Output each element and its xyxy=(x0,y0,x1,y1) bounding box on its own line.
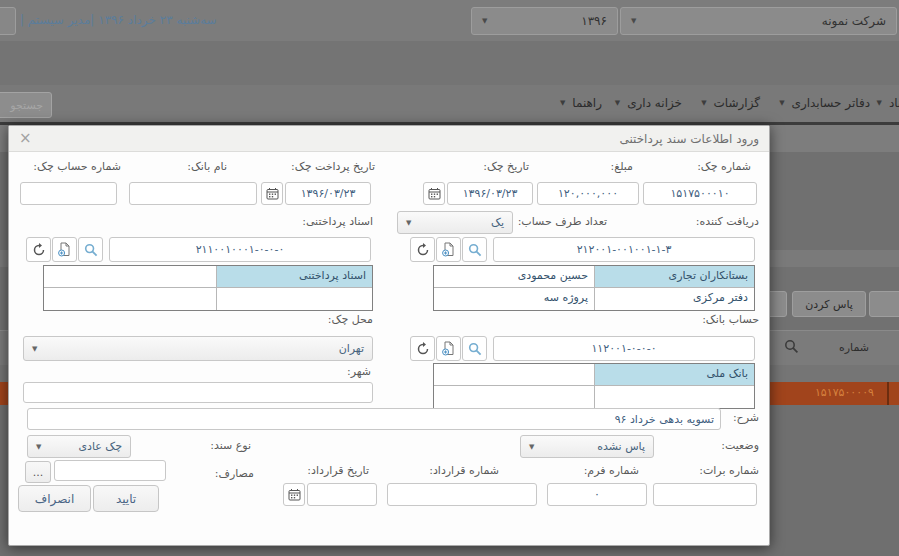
row-column-divider xyxy=(887,382,889,405)
cancel-button[interactable]: انصراف xyxy=(18,485,91,512)
check-number-input[interactable] xyxy=(643,182,757,205)
search-icon[interactable] xyxy=(462,336,487,361)
grid-cell[interactable] xyxy=(434,386,594,408)
grid-cell[interactable] xyxy=(44,266,216,288)
sanad-button[interactable]: سند xyxy=(869,291,899,317)
chevron-down-icon: ▼ xyxy=(529,443,534,451)
grid-cell[interactable]: دفتر مرکزی xyxy=(594,288,754,310)
search-input[interactable]: جستجو xyxy=(0,92,52,118)
city-input[interactable] xyxy=(23,382,373,403)
date-user-text: سه‌شنبه ۲۳ خرداد ۱۳۹۶ |مدیر سیستم | xyxy=(20,13,217,27)
check-place-label: محل چک: xyxy=(328,313,373,326)
refresh-icon[interactable] xyxy=(410,237,435,262)
menu-label: خزانه داری xyxy=(627,96,682,110)
grid-cell[interactable] xyxy=(594,386,754,408)
status-label: وضعیت: xyxy=(721,439,759,452)
doc-type-select[interactable]: چک عادی ▼ xyxy=(27,435,131,458)
expenses-more-button[interactable]: ... xyxy=(25,461,51,483)
chevron-down-icon: ▼ xyxy=(560,99,565,107)
expenses-label: مصارف: xyxy=(215,467,254,480)
pass-check-button[interactable]: پاس کردن xyxy=(792,291,866,317)
new-document-icon[interactable] xyxy=(52,237,77,262)
background-toolbar-band xyxy=(0,85,899,122)
menu-item-ledgers[interactable]: دفاتر حسابداری ▼ xyxy=(779,96,870,110)
fiscal-year-select[interactable]: ۱۳۹۶ ▼ xyxy=(471,7,618,35)
grid-cell[interactable]: حسین محمودی xyxy=(434,266,594,288)
search-placeholder: جستجو xyxy=(10,99,43,112)
expenses-input[interactable] xyxy=(54,460,166,481)
chevron-down-icon: ▼ xyxy=(406,219,411,227)
refresh-icon[interactable] xyxy=(410,336,435,361)
grid-cell[interactable] xyxy=(216,288,372,310)
refresh-icon[interactable] xyxy=(26,237,51,262)
menu-item-treasury[interactable]: خزانه داری ▼ xyxy=(615,96,682,110)
chevron-down-icon: ▼ xyxy=(615,99,620,107)
company-select[interactable]: شرکت نمونه ▼ xyxy=(620,7,897,35)
calendar-icon[interactable] xyxy=(261,182,283,205)
receiver-label: دریافت کننده: xyxy=(696,215,759,228)
chevron-down-icon: ▼ xyxy=(482,17,487,25)
menu-item-asnad[interactable]: اسناد ▼ xyxy=(877,96,899,110)
check-number-label: شماره چک: xyxy=(697,160,751,173)
description-input[interactable] xyxy=(27,408,721,430)
receiver-code-input[interactable] xyxy=(493,237,755,262)
bill-number-label: شماره برات: xyxy=(699,464,759,477)
status-select[interactable]: پاس نشده ▼ xyxy=(520,435,654,458)
grid-cell[interactable]: بانک ملی xyxy=(594,364,754,386)
check-date-label: تاریخ چک: xyxy=(483,160,529,173)
search-icon[interactable] xyxy=(784,339,799,358)
top-bar: شرکت نمونه ▼ ۱۳۹۶ ▼ سه‌شنبه ۲۳ خرداد ۱۳۹… xyxy=(0,0,899,41)
payable-code-input[interactable] xyxy=(109,237,371,262)
menu-item-reports[interactable]: گزارشات ▼ xyxy=(701,96,760,110)
search-icon[interactable] xyxy=(78,237,103,262)
receiver-picker-grid: بستانکاران تجاری حسین محمودی دفتر مرکزی … xyxy=(433,265,755,311)
company-name: شرکت نمونه xyxy=(822,14,886,28)
check-account-input[interactable] xyxy=(20,182,117,205)
check-place-select[interactable]: تهران ▼ xyxy=(23,336,373,361)
new-document-icon[interactable] xyxy=(436,237,461,262)
pass-check-button-label: پاس کردن xyxy=(805,298,853,311)
party-count-label: تعداد طرف حساب: xyxy=(518,215,607,228)
new-document-icon[interactable] xyxy=(436,336,461,361)
chevron-down-icon: ▼ xyxy=(32,345,37,353)
chevron-down-icon: ▼ xyxy=(701,99,706,107)
grid-cell[interactable]: اسناد پرداختنی xyxy=(216,266,372,288)
chevron-down-icon: ▼ xyxy=(877,99,882,107)
grid-cell[interactable] xyxy=(44,288,216,310)
bank-account-label: حساب بانک: xyxy=(702,313,759,326)
edge-cut-button[interactable]: پ xyxy=(0,7,16,35)
menu-label: اسناد xyxy=(889,96,899,110)
application-window: شرکت نمونه ▼ ۱۳۹۶ ▼ سه‌شنبه ۲۳ خرداد ۱۳۹… xyxy=(0,0,899,556)
chevron-down-icon: ▼ xyxy=(779,99,784,107)
bank-name-input[interactable] xyxy=(129,182,257,205)
pay-date-input[interactable] xyxy=(285,182,371,205)
bill-number-input[interactable] xyxy=(653,483,757,506)
payable-picker-grid: اسناد پرداختنی xyxy=(43,265,373,311)
form-number-input[interactable] xyxy=(547,483,647,506)
calendar-icon[interactable] xyxy=(283,483,305,506)
grid-cell[interactable] xyxy=(434,364,594,386)
check-place-value: تهران xyxy=(339,342,364,355)
check-date-input[interactable] xyxy=(447,182,533,205)
amount-input[interactable] xyxy=(537,182,639,205)
search-icon[interactable] xyxy=(462,237,487,262)
table-header-number: شماره xyxy=(839,341,869,354)
selected-check-number: ۱۵۱۷۵۰۰۰۰۹ xyxy=(815,386,874,399)
bank-picker-grid: بانک ملی xyxy=(433,363,755,409)
amount-label: مبلغ: xyxy=(611,160,633,173)
contract-date-input[interactable] xyxy=(307,483,377,506)
grid-cell[interactable]: بستانکاران تجاری xyxy=(594,266,754,288)
contract-number-input[interactable] xyxy=(387,483,537,506)
menu-item-help[interactable]: راهنما ▼ xyxy=(560,96,602,110)
check-account-label: شماره حساب چک: xyxy=(33,160,121,173)
menu-label: گزارشات xyxy=(714,96,760,110)
bank-account-code-input[interactable] xyxy=(493,336,755,361)
close-icon[interactable]: × xyxy=(19,131,32,146)
dialog-titlebar: ورود اطلاعات سند پرداختنی × xyxy=(9,126,769,152)
doc-type-value: چک عادی xyxy=(78,440,122,453)
grid-cell[interactable]: پروژه سه xyxy=(434,288,594,310)
calendar-icon[interactable] xyxy=(423,182,445,205)
party-count-select[interactable]: یک ▼ xyxy=(397,211,513,234)
status-value: پاس نشده xyxy=(597,440,645,453)
confirm-button[interactable]: تایید xyxy=(93,485,159,512)
